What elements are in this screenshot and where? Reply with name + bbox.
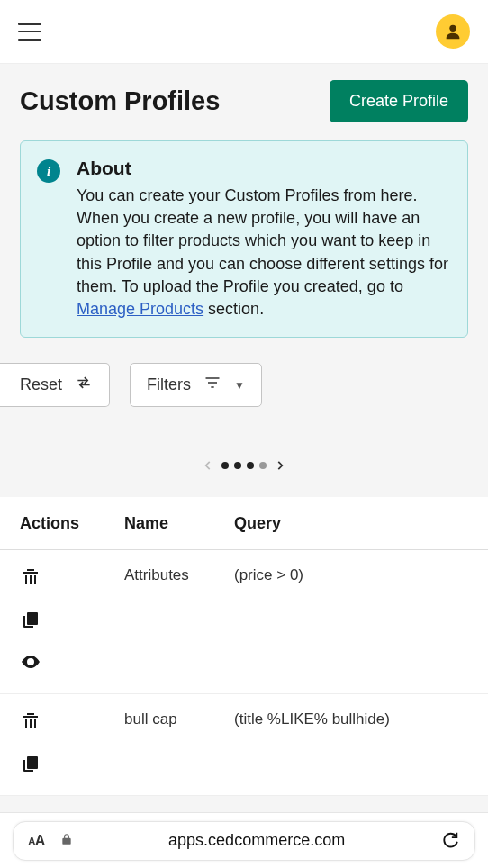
table-header: Actions Name Query <box>0 498 488 550</box>
address-bar[interactable]: AA apps.cedcommerce.com <box>13 821 475 861</box>
url-text: apps.cedcommerce.com <box>89 831 424 850</box>
profiles-table: Actions Name Query Attributes (price > 0… <box>0 497 488 796</box>
reset-button[interactable]: Reset <box>0 363 110 407</box>
manage-products-link[interactable]: Manage Products <box>77 300 203 318</box>
row-name: bull cap <box>124 710 234 728</box>
create-profile-button[interactable]: Create Profile <box>330 80 468 122</box>
about-body-pre: You can create your Custom Profiles from… <box>77 186 448 295</box>
pagination-prev-icon[interactable] <box>202 459 214 472</box>
info-icon: i <box>37 159 60 183</box>
header-name: Name <box>124 514 234 533</box>
chevron-down-icon: ▼ <box>234 379 245 392</box>
row-actions <box>20 566 124 677</box>
pagination <box>20 416 468 497</box>
pagination-dot[interactable] <box>234 462 241 469</box>
table-row: Attributes (price > 0) <box>0 550 488 694</box>
text-size-icon[interactable]: AA <box>28 833 44 849</box>
swap-icon <box>75 374 93 396</box>
lock-icon <box>60 833 73 849</box>
about-body-post: section. <box>203 300 264 318</box>
browser-bar: AA apps.cedcommerce.com <box>0 812 488 868</box>
header-query: Query <box>234 514 468 533</box>
filters-button[interactable]: Filters ▼ <box>130 363 262 407</box>
copy-icon[interactable] <box>20 753 124 779</box>
filters-label: Filters <box>147 375 191 394</box>
delete-icon[interactable] <box>20 566 124 592</box>
eye-icon[interactable] <box>20 651 124 677</box>
reload-icon[interactable] <box>440 829 460 853</box>
avatar[interactable] <box>436 14 470 49</box>
about-text: You can create your Custom Profiles from… <box>77 185 451 321</box>
row-name: Attributes <box>124 566 234 584</box>
top-bar <box>0 0 488 64</box>
header-actions: Actions <box>20 514 124 533</box>
page-title: Custom Profiles <box>20 86 220 116</box>
pagination-dot[interactable] <box>221 462 229 469</box>
table-row: bull cap (title %LIKE% bullhide) <box>0 694 488 796</box>
about-title: About <box>77 158 451 179</box>
svg-rect-3 <box>27 756 38 769</box>
controls-row: Reset Filters ▼ <box>0 363 468 407</box>
row-query: (title %LIKE% bullhide) <box>234 710 468 728</box>
svg-rect-1 <box>27 612 38 625</box>
filter-icon <box>203 374 221 396</box>
svg-point-2 <box>29 660 32 664</box>
pagination-dot[interactable] <box>247 462 254 469</box>
pagination-dots <box>221 462 267 469</box>
main-content: Custom Profiles Create Profile i About Y… <box>0 64 488 815</box>
about-banner: i About You can create your Custom Profi… <box>20 140 468 338</box>
user-icon <box>443 22 463 41</box>
hamburger-menu-icon[interactable] <box>18 23 41 41</box>
page-header: Custom Profiles Create Profile <box>20 80 468 122</box>
pagination-next-icon[interactable] <box>274 459 286 472</box>
svg-point-0 <box>449 25 456 32</box>
delete-icon[interactable] <box>20 710 124 737</box>
pagination-dot[interactable] <box>259 462 267 469</box>
reset-label: Reset <box>20 375 62 394</box>
about-content: About You can create your Custom Profile… <box>77 158 451 321</box>
copy-icon[interactable] <box>20 609 124 635</box>
row-query: (price > 0) <box>234 566 468 584</box>
row-actions <box>20 710 124 779</box>
